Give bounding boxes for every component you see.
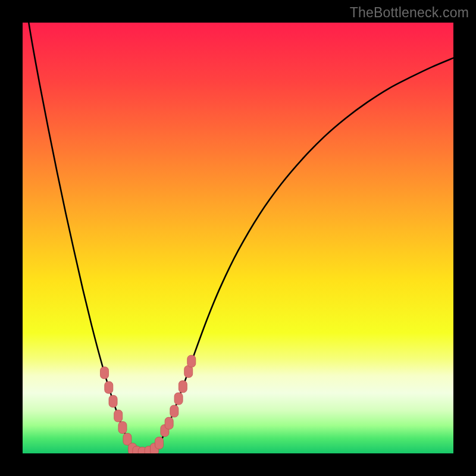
curve-marker [101,367,109,379]
curve-layer [23,23,453,453]
curve-marker [187,355,196,367]
plot-area [23,23,453,453]
bottleneck-curve [23,23,453,453]
curve-marker [114,410,123,422]
chart-frame: TheBottleneck.com [0,0,476,476]
curve-marker [178,381,187,393]
curve-marker [170,405,178,417]
curve-marker [174,393,183,405]
curve-marker [109,395,117,407]
curve-marker [118,422,127,434]
curve-marker [105,381,113,393]
curve-markers [101,355,196,453]
curve-marker [165,417,173,429]
watermark-text: TheBottleneck.com [350,5,469,21]
curve-marker [155,437,164,449]
